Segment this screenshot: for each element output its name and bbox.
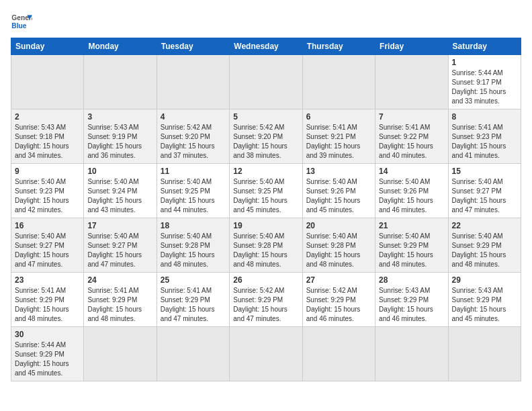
day-number: 24 bbox=[87, 275, 152, 285]
weekday-saturday: Saturday bbox=[448, 38, 521, 55]
weekday-tuesday: Tuesday bbox=[157, 38, 229, 55]
calendar-cell: 14Sunrise: 5:40 AM Sunset: 9:26 PM Dayli… bbox=[375, 164, 448, 218]
day-info: Sunrise: 5:41 AM Sunset: 9:23 PM Dayligh… bbox=[452, 123, 517, 161]
day-info: Sunrise: 5:40 AM Sunset: 9:25 PM Dayligh… bbox=[161, 177, 226, 215]
calendar-cell: 2Sunrise: 5:43 AM Sunset: 9:18 PM Daylig… bbox=[11, 109, 84, 164]
day-number: 3 bbox=[87, 112, 152, 122]
calendar-cell: 3Sunrise: 5:43 AM Sunset: 9:19 PM Daylig… bbox=[84, 109, 157, 164]
day-info: Sunrise: 5:42 AM Sunset: 9:20 PM Dayligh… bbox=[233, 123, 298, 161]
calendar-cell bbox=[375, 55, 448, 109]
day-number: 8 bbox=[452, 112, 517, 122]
calendar-cell bbox=[84, 55, 157, 109]
calendar-cell bbox=[302, 327, 375, 381]
weekday-wednesday: Wednesday bbox=[230, 38, 302, 55]
weekday-monday: Monday bbox=[84, 38, 157, 55]
day-number: 2 bbox=[15, 112, 80, 122]
calendar-week-1: 1Sunrise: 5:44 AM Sunset: 9:17 PM Daylig… bbox=[11, 55, 521, 109]
calendar-cell: 10Sunrise: 5:40 AM Sunset: 9:24 PM Dayli… bbox=[84, 164, 157, 218]
calendar-week-6: 30Sunrise: 5:44 AM Sunset: 9:29 PM Dayli… bbox=[11, 327, 521, 381]
calendar-cell bbox=[11, 55, 84, 109]
day-number: 16 bbox=[15, 221, 80, 230]
weekday-sunday: Sunday bbox=[11, 38, 84, 55]
day-info: Sunrise: 5:40 AM Sunset: 9:28 PM Dayligh… bbox=[233, 232, 298, 269]
day-number: 12 bbox=[233, 167, 298, 176]
calendar-cell: 24Sunrise: 5:41 AM Sunset: 9:29 PM Dayli… bbox=[84, 273, 157, 327]
day-info: Sunrise: 5:40 AM Sunset: 9:27 PM Dayligh… bbox=[87, 232, 152, 269]
day-number: 1 bbox=[452, 58, 517, 67]
day-number: 5 bbox=[233, 112, 298, 122]
logo: General Blue bbox=[11, 11, 32, 32]
day-number: 28 bbox=[379, 275, 444, 285]
day-number: 7 bbox=[379, 112, 444, 122]
day-info: Sunrise: 5:40 AM Sunset: 9:26 PM Dayligh… bbox=[379, 177, 444, 215]
calendar-week-5: 23Sunrise: 5:41 AM Sunset: 9:29 PM Dayli… bbox=[11, 273, 521, 327]
day-info: Sunrise: 5:42 AM Sunset: 9:29 PM Dayligh… bbox=[306, 286, 371, 324]
calendar-cell: 1Sunrise: 5:44 AM Sunset: 9:17 PM Daylig… bbox=[448, 55, 521, 109]
calendar-cell bbox=[157, 327, 229, 381]
calendar-cell bbox=[302, 55, 375, 109]
calendar-cell: 4Sunrise: 5:42 AM Sunset: 9:20 PM Daylig… bbox=[157, 109, 229, 164]
day-number: 18 bbox=[161, 221, 226, 230]
day-info: Sunrise: 5:42 AM Sunset: 9:29 PM Dayligh… bbox=[233, 286, 298, 324]
day-number: 21 bbox=[379, 221, 444, 230]
day-info: Sunrise: 5:41 AM Sunset: 9:29 PM Dayligh… bbox=[15, 286, 80, 324]
calendar-cell: 28Sunrise: 5:43 AM Sunset: 9:29 PM Dayli… bbox=[375, 273, 448, 327]
day-info: Sunrise: 5:43 AM Sunset: 9:19 PM Dayligh… bbox=[87, 123, 152, 161]
calendar-cell: 13Sunrise: 5:40 AM Sunset: 9:26 PM Dayli… bbox=[302, 164, 375, 218]
calendar-week-3: 9Sunrise: 5:40 AM Sunset: 9:23 PM Daylig… bbox=[11, 164, 521, 218]
calendar-cell: 21Sunrise: 5:40 AM Sunset: 9:29 PM Dayli… bbox=[375, 218, 448, 273]
calendar-cell: 29Sunrise: 5:43 AM Sunset: 9:29 PM Dayli… bbox=[448, 273, 521, 327]
calendar-cell: 12Sunrise: 5:40 AM Sunset: 9:25 PM Dayli… bbox=[230, 164, 302, 218]
day-number: 10 bbox=[87, 167, 152, 176]
day-number: 25 bbox=[161, 275, 226, 285]
calendar-cell bbox=[230, 327, 302, 381]
day-info: Sunrise: 5:40 AM Sunset: 9:25 PM Dayligh… bbox=[233, 177, 298, 215]
day-number: 14 bbox=[379, 167, 444, 176]
weekday-thursday: Thursday bbox=[302, 38, 375, 55]
calendar-table: SundayMondayTuesdayWednesdayThursdayFrid… bbox=[11, 38, 521, 381]
calendar-cell: 25Sunrise: 5:41 AM Sunset: 9:29 PM Dayli… bbox=[157, 273, 229, 327]
day-number: 22 bbox=[452, 221, 517, 230]
calendar-cell: 23Sunrise: 5:41 AM Sunset: 9:29 PM Dayli… bbox=[11, 273, 84, 327]
day-info: Sunrise: 5:41 AM Sunset: 9:29 PM Dayligh… bbox=[161, 286, 226, 324]
calendar-cell: 22Sunrise: 5:40 AM Sunset: 9:29 PM Dayli… bbox=[448, 218, 521, 273]
day-info: Sunrise: 5:40 AM Sunset: 9:28 PM Dayligh… bbox=[161, 232, 226, 269]
day-info: Sunrise: 5:40 AM Sunset: 9:28 PM Dayligh… bbox=[306, 232, 371, 269]
calendar-cell bbox=[375, 327, 448, 381]
day-info: Sunrise: 5:40 AM Sunset: 9:24 PM Dayligh… bbox=[87, 177, 152, 215]
calendar-cell: 15Sunrise: 5:40 AM Sunset: 9:27 PM Dayli… bbox=[448, 164, 521, 218]
page-header: General Blue bbox=[11, 11, 521, 32]
calendar-body: 1Sunrise: 5:44 AM Sunset: 9:17 PM Daylig… bbox=[11, 55, 521, 381]
calendar-cell: 5Sunrise: 5:42 AM Sunset: 9:20 PM Daylig… bbox=[230, 109, 302, 164]
day-info: Sunrise: 5:40 AM Sunset: 9:29 PM Dayligh… bbox=[452, 232, 517, 269]
day-number: 9 bbox=[15, 167, 80, 176]
logo-icon: General Blue bbox=[11, 11, 32, 32]
calendar-cell: 11Sunrise: 5:40 AM Sunset: 9:25 PM Dayli… bbox=[157, 164, 229, 218]
calendar-cell: 30Sunrise: 5:44 AM Sunset: 9:29 PM Dayli… bbox=[11, 327, 84, 381]
calendar-cell: 7Sunrise: 5:41 AM Sunset: 9:22 PM Daylig… bbox=[375, 109, 448, 164]
day-number: 29 bbox=[452, 275, 517, 285]
day-info: Sunrise: 5:43 AM Sunset: 9:29 PM Dayligh… bbox=[379, 286, 444, 324]
day-info: Sunrise: 5:43 AM Sunset: 9:29 PM Dayligh… bbox=[452, 286, 517, 324]
day-number: 13 bbox=[306, 167, 371, 176]
day-number: 4 bbox=[161, 112, 226, 122]
calendar-cell: 26Sunrise: 5:42 AM Sunset: 9:29 PM Dayli… bbox=[230, 273, 302, 327]
day-number: 23 bbox=[15, 275, 80, 285]
calendar-cell bbox=[230, 55, 302, 109]
weekday-friday: Friday bbox=[375, 38, 448, 55]
calendar-cell: 9Sunrise: 5:40 AM Sunset: 9:23 PM Daylig… bbox=[11, 164, 84, 218]
day-info: Sunrise: 5:44 AM Sunset: 9:17 PM Dayligh… bbox=[452, 68, 517, 106]
day-info: Sunrise: 5:40 AM Sunset: 9:26 PM Dayligh… bbox=[306, 177, 371, 215]
calendar-cell: 19Sunrise: 5:40 AM Sunset: 9:28 PM Dayli… bbox=[230, 218, 302, 273]
calendar-cell bbox=[448, 327, 521, 381]
day-info: Sunrise: 5:41 AM Sunset: 9:22 PM Dayligh… bbox=[379, 123, 444, 161]
day-info: Sunrise: 5:40 AM Sunset: 9:23 PM Dayligh… bbox=[15, 177, 80, 215]
calendar-cell: 20Sunrise: 5:40 AM Sunset: 9:28 PM Dayli… bbox=[302, 218, 375, 273]
day-number: 20 bbox=[306, 221, 371, 230]
calendar-cell bbox=[157, 55, 229, 109]
day-info: Sunrise: 5:41 AM Sunset: 9:21 PM Dayligh… bbox=[306, 123, 371, 161]
day-number: 11 bbox=[161, 167, 226, 176]
day-info: Sunrise: 5:40 AM Sunset: 9:27 PM Dayligh… bbox=[452, 177, 517, 215]
calendar-cell: 6Sunrise: 5:41 AM Sunset: 9:21 PM Daylig… bbox=[302, 109, 375, 164]
calendar-cell: 18Sunrise: 5:40 AM Sunset: 9:28 PM Dayli… bbox=[157, 218, 229, 273]
